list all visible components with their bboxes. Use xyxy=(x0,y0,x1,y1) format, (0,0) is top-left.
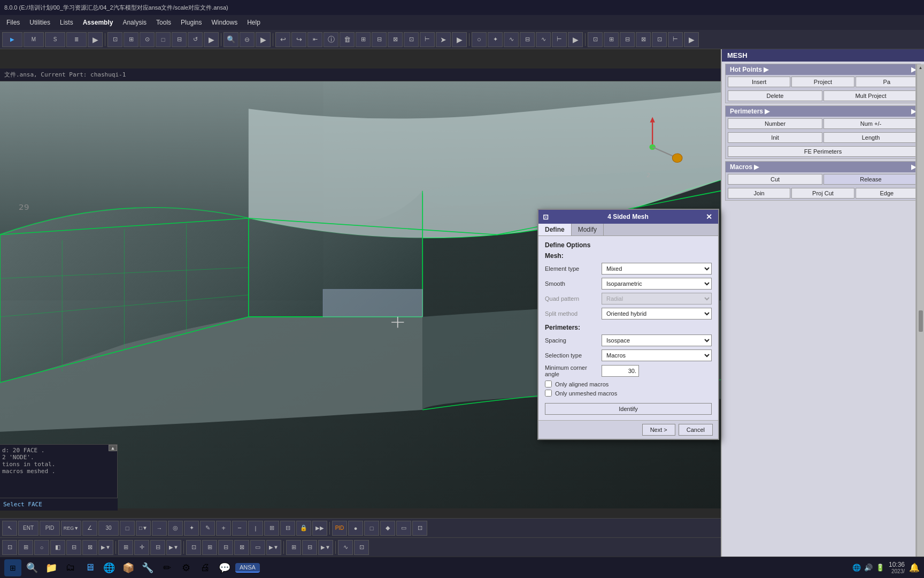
project-btn[interactable]: Project xyxy=(791,77,854,87)
number-btn[interactable]: Number xyxy=(728,118,822,129)
mode-btn-arrow[interactable]: ▶ xyxy=(88,32,103,47)
bt-pidicon[interactable]: PID xyxy=(332,521,347,536)
bt-grid4[interactable]: ⊟ xyxy=(280,521,295,536)
dir-btn[interactable]: ➤ xyxy=(436,32,451,47)
bt2-view1[interactable]: ⊡ xyxy=(2,540,17,555)
menu-utilities[interactable]: Utilities xyxy=(25,17,55,28)
bt2-wave[interactable]: ∿ xyxy=(338,540,353,555)
bt-circle3[interactable]: ● xyxy=(348,521,363,536)
taskbar-app2[interactable]: 🔧 xyxy=(139,559,156,576)
arrow6-btn[interactable]: ▶ xyxy=(684,32,699,47)
tab-define[interactable]: Define xyxy=(538,224,572,235)
taskbar-chat[interactable]: 💬 xyxy=(216,559,233,576)
bt-line[interactable]: | xyxy=(248,521,263,536)
reset-btn[interactable]: ⇤ xyxy=(307,32,322,47)
tool-grid[interactable]: ⊞ xyxy=(124,32,138,47)
selection-type-select[interactable]: Macros Manual xyxy=(602,349,712,361)
quad-pattern-select[interactable]: Radial Normal xyxy=(602,293,712,305)
move-btn[interactable]: ⊢ xyxy=(420,32,435,47)
wave-btn[interactable]: ∿ xyxy=(504,32,519,47)
bt2-view2[interactable]: ⊞ xyxy=(18,540,33,555)
hot-points-header[interactable]: Hot Points ▶ ▶ xyxy=(726,64,920,75)
tool-rotate[interactable]: ↺ xyxy=(188,32,203,47)
arrow4-btn[interactable]: ▶ xyxy=(452,32,467,47)
menu-assembly[interactable]: Assembly xyxy=(79,17,118,28)
bt2-shape5[interactable]: ▭ xyxy=(250,540,265,555)
join-btn[interactable]: Join xyxy=(728,188,790,199)
bt-arrow-r2[interactable]: → xyxy=(152,521,167,536)
minus-btn[interactable]: ⊟ xyxy=(520,32,535,47)
grid-btn[interactable]: ⊞ xyxy=(356,32,371,47)
bt2-view3[interactable]: ○ xyxy=(34,540,49,555)
bt-ent[interactable]: ENT xyxy=(18,521,38,536)
mode-btn-1[interactable]: ▶ xyxy=(2,32,22,47)
bt2-shape3[interactable]: ⊟ xyxy=(218,540,233,555)
taskbar-explorer[interactable]: 🔍 xyxy=(24,559,41,576)
tool-circle[interactable]: ⊙ xyxy=(140,32,155,47)
box3-btn[interactable]: ⊡ xyxy=(652,32,667,47)
wave2-btn[interactable]: ∿ xyxy=(536,32,551,47)
notification-icon[interactable]: 🔔 xyxy=(909,562,920,573)
tool-box[interactable]: ⊡ xyxy=(107,32,122,47)
taskbar-files[interactable]: 🗂 xyxy=(62,559,79,576)
bt2-m2[interactable]: ⊟ xyxy=(302,540,317,555)
smooth-select[interactable]: Isoparametric Laplacian None xyxy=(602,278,712,290)
length-btn[interactable]: Length xyxy=(823,132,918,143)
menu-windows[interactable]: Windows xyxy=(207,17,242,28)
bt-squarearr[interactable]: □▼ xyxy=(136,521,151,536)
bt-plus[interactable]: + xyxy=(216,521,231,536)
bt-reg[interactable]: REG▼ xyxy=(61,521,81,536)
bt-minus[interactable]: − xyxy=(232,521,247,536)
menu-plugins[interactable]: Plugins xyxy=(176,17,206,28)
star-btn[interactable]: ✦ xyxy=(488,32,503,47)
bt2-t3[interactable]: ⊟ xyxy=(150,540,165,555)
aligned-macros-label[interactable]: Only aligned macros xyxy=(555,381,609,387)
list2-btn[interactable]: ⊠ xyxy=(636,32,651,47)
bt2-t1[interactable]: ⊞ xyxy=(118,540,133,555)
tab-modify[interactable]: Modify xyxy=(572,224,604,235)
info-btn[interactable]: ⓘ xyxy=(324,32,338,47)
init-btn[interactable]: Init xyxy=(728,132,822,143)
delete-hp-btn[interactable]: Delete xyxy=(728,90,822,101)
tool-arrow-r[interactable]: ▶ xyxy=(204,32,219,47)
box2-btn[interactable]: ⊡ xyxy=(588,32,603,47)
bt-square[interactable]: □ xyxy=(120,521,135,536)
taskbar-start[interactable]: ⊞ xyxy=(4,559,21,576)
split-method-select[interactable]: Oriented hybrid Standard xyxy=(602,308,712,320)
bt-diamond[interactable]: ◆ xyxy=(380,521,395,536)
tool-square[interactable]: □ xyxy=(156,32,171,47)
bt2-m1[interactable]: ⊞ xyxy=(286,540,301,555)
dash2-btn[interactable]: ⊢ xyxy=(668,32,683,47)
scroll-up-arrow[interactable]: ▲ xyxy=(919,65,923,70)
perimeters-header[interactable]: Perimeters ▶ ▶ xyxy=(726,106,920,117)
release-btn[interactable]: Release xyxy=(823,174,918,185)
cut-btn[interactable]: Cut xyxy=(728,174,822,185)
bt2-shape2[interactable]: ⊞ xyxy=(202,540,217,555)
unmeshed-macros-label[interactable]: Only unmeshed macros xyxy=(555,390,617,397)
bt2-arr3[interactable]: ▶▼ xyxy=(266,540,281,555)
bt2-arr4[interactable]: ▶▼ xyxy=(318,540,333,555)
taskbar-app4[interactable]: ⚙ xyxy=(178,559,195,576)
macros-header[interactable]: Macros ▶ ▶ xyxy=(726,162,920,172)
taskbar-app3[interactable]: ✏ xyxy=(158,559,175,576)
taskbar-browser[interactable]: 🌐 xyxy=(101,559,118,576)
circle-btn[interactable]: ○ xyxy=(472,32,487,47)
taskbar-app5[interactable]: 🖨 xyxy=(197,559,214,576)
menu-tools[interactable]: Tools xyxy=(152,17,175,28)
mode-btn-2[interactable]: M xyxy=(24,32,44,47)
taskbar-app1[interactable]: 📦 xyxy=(120,559,137,576)
bt-pencil[interactable]: ✎ xyxy=(200,521,215,536)
bt-pid[interactable]: PID xyxy=(40,521,60,536)
bt-num[interactable]: 30 xyxy=(98,521,119,536)
bt2-shape1[interactable]: ⊡ xyxy=(186,540,201,555)
identify-btn[interactable]: Identify xyxy=(545,403,712,415)
pa-btn[interactable]: Pa xyxy=(856,77,918,87)
dialog-close-btn[interactable]: ✕ xyxy=(704,212,714,222)
tool-mesh[interactable]: ⊟ xyxy=(172,32,187,47)
menu-analysis[interactable]: Analysis xyxy=(118,17,151,28)
bt-starr[interactable]: ✦ xyxy=(184,521,199,536)
delete-btn[interactable]: 🗑 xyxy=(340,32,355,47)
bt-lock[interactable]: 🔒 xyxy=(296,521,311,536)
fe-perimeters-btn[interactable]: FE Perimeters xyxy=(728,146,918,157)
grid2-btn[interactable]: ⊞ xyxy=(604,32,619,47)
